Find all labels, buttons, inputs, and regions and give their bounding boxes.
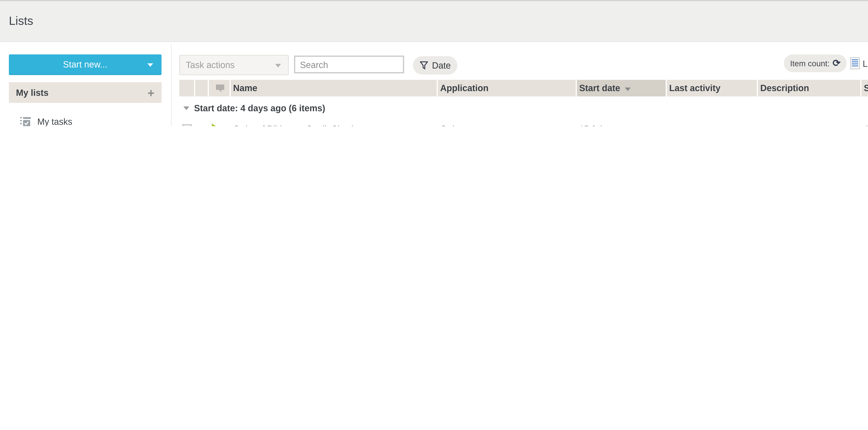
column-header-description[interactable]: Description — [758, 80, 861, 96]
date-filter-label: Date — [432, 60, 451, 70]
column-header-name[interactable]: Name — [231, 80, 438, 96]
filter-funnel-icon — [420, 61, 429, 70]
column-header-start-date[interactable]: Start date — [577, 80, 667, 96]
chevron-down-icon — [275, 64, 281, 67]
app-window: Lists ? Start new... My lists+My tasksAl… — [0, 0, 868, 126]
sidebar: Start new... My lists+My tasksAll instan… — [9, 55, 161, 126]
sidebar-section-my-lists[interactable]: My lists+ — [9, 82, 161, 103]
list-actions-dropdown[interactable]: List actions — [850, 55, 868, 72]
running-play-icon — [212, 123, 221, 126]
task-actions-label: Task actions — [186, 60, 235, 70]
cell-name: Order of Ribbons - Credit Check — [231, 124, 438, 126]
cell-application: Orderprocess — [438, 124, 577, 126]
page-header: Lists ? — [0, 1, 868, 42]
search-input[interactable] — [294, 56, 404, 73]
list-actions-label: List actions — [863, 58, 868, 68]
sidebar-item-my-tasks[interactable]: My tasks — [9, 109, 161, 126]
header-expand-column — [195, 80, 209, 96]
column-header-last-activity[interactable]: Last activity — [667, 80, 758, 96]
comment-icon — [215, 84, 225, 93]
page-title: Lists — [9, 14, 33, 28]
sidebar-divider — [171, 44, 172, 126]
group-header[interactable]: Start date: 4 days ago (6 items) — [179, 97, 868, 119]
task-list-icon — [20, 115, 31, 126]
sort-desc-icon — [625, 88, 631, 91]
header-comment-column — [209, 80, 231, 96]
window-top-edge — [0, 0, 868, 1]
date-filter-button[interactable]: Date — [413, 56, 458, 75]
start-new-button[interactable]: Start new... — [9, 55, 161, 75]
table-body: Start date: 4 days ago (6 items)Order of… — [179, 97, 868, 126]
column-header-status[interactable]: Status — [861, 80, 868, 96]
item-count-label: Item count: — [790, 59, 830, 68]
table-header: Name Application Start date Last activit… — [179, 80, 868, 96]
column-header-application[interactable]: Application — [438, 80, 577, 96]
chevron-down-icon — [147, 63, 153, 67]
item-count-button[interactable]: Item count: ⟳ — [784, 55, 847, 72]
row-checkbox[interactable] — [182, 124, 192, 126]
list-icon — [850, 58, 860, 69]
task-actions-dropdown[interactable]: Task actions — [179, 55, 289, 75]
cell-status: Active — [861, 124, 868, 126]
refresh-icon: ⟳ — [833, 59, 841, 68]
cell-start-date: 15 Jul — [577, 124, 667, 126]
start-new-label: Start new... — [63, 59, 107, 69]
sidebar-nav: My lists+My tasksAll instancesMy started… — [9, 82, 161, 126]
group-collapse-icon[interactable] — [184, 106, 189, 110]
table-row[interactable]: Order of Ribbons - Credit CheckOrderproc… — [179, 119, 868, 126]
header-checkbox-column — [179, 80, 195, 96]
add-list-icon[interactable]: + — [148, 87, 155, 98]
